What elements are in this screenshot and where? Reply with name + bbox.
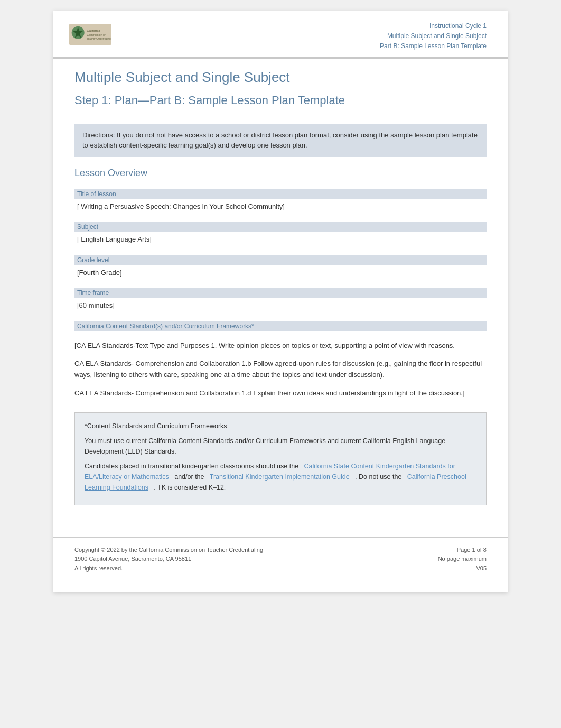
field-label-time: Time frame xyxy=(74,288,487,298)
footnote-para2-end: . TK is considered K–12. xyxy=(154,484,226,491)
footer-right-line3: V05 xyxy=(438,564,487,574)
footnote-para2-mid: and/or the xyxy=(174,473,204,481)
field-standards-label: California Content Standard(s) and/or Cu… xyxy=(74,321,487,331)
logo-area: California Commission on Teacher Credent… xyxy=(69,21,154,50)
field-title-of-lesson: Title of lesson [ Writing a Persuasive S… xyxy=(74,189,487,213)
field-time-frame: Time frame [60 minutes] xyxy=(74,288,487,312)
footer-left-line2: 1900 Capitol Avenue, Sacramento, CA 9581… xyxy=(74,555,263,564)
header-line1: Instructional Cycle 1 xyxy=(380,21,487,31)
directions-text: Directions: If you do not not have acces… xyxy=(82,131,478,150)
svg-text:Commission on: Commission on xyxy=(87,33,106,36)
footer-left-line1: Copyright © 2022 by the California Commi… xyxy=(74,546,263,555)
footnote-para2-after: . Do not use the xyxy=(355,473,401,481)
field-value-time: [60 minutes] xyxy=(74,299,487,312)
footnote-title: *Content Standards and Curriculum Framew… xyxy=(85,421,476,431)
field-label-grade: Grade level xyxy=(74,255,487,265)
header-line2: Multiple Subject and Single Subject xyxy=(380,31,487,41)
field-grade-level: Grade level [Fourth Grade] xyxy=(74,255,487,279)
footer-left-line3: All rights reserved. xyxy=(74,564,263,574)
footnote-para2-start: Candidates placed in transitional kinder… xyxy=(85,463,298,470)
sub-title: Step 1: Plan—Part B: Sample Lesson Plan … xyxy=(74,94,487,113)
page-content: Multiple Subject and Single Subject Step… xyxy=(53,59,508,521)
logo-icon: California Commission on Teacher Credent… xyxy=(69,21,111,48)
footer-right: Page 1 of 8 No page maximum V05 xyxy=(438,546,487,574)
field-subject: Subject [ English Language Arts] xyxy=(74,222,487,246)
directions-box: Directions: If you do not not have acces… xyxy=(74,124,487,157)
field-value-subject: [ English Language Arts] xyxy=(74,233,487,246)
svg-text:Teacher Credentialing: Teacher Credentialing xyxy=(87,38,111,40)
header-line3: Part B: Sample Lesson Plan Template xyxy=(380,41,487,51)
main-title: Multiple Subject and Single Subject xyxy=(74,69,487,88)
lesson-overview-title: Lesson Overview xyxy=(74,168,487,181)
link-transitional-kg[interactable]: Transitional Kindergarten Implementation… xyxy=(210,473,350,481)
field-value-grade: [Fourth Grade] xyxy=(74,266,487,279)
page: California Commission on Teacher Credent… xyxy=(53,11,508,592)
field-label-title: Title of lesson xyxy=(74,189,487,199)
footnote-box: *Content Standards and Curriculum Framew… xyxy=(74,412,487,505)
footer-right-line2: No page maximum xyxy=(438,555,487,564)
standards-para-2: CA ELA Standards- Comprehension and Coll… xyxy=(74,358,487,381)
standards-para-1: [CA ELA Standards-Text Type and Purposes… xyxy=(74,340,487,352)
page-footer: Copyright © 2022 by the California Commi… xyxy=(53,537,508,582)
header-text: Instructional Cycle 1 Multiple Subject a… xyxy=(380,21,487,52)
field-label-standards: California Content Standard(s) and/or Cu… xyxy=(74,321,487,331)
svg-text:California: California xyxy=(87,29,100,32)
field-value-title: [ Writing a Persuasive Speech: Changes i… xyxy=(74,200,487,213)
field-label-subject: Subject xyxy=(74,222,487,232)
page-header: California Commission on Teacher Credent… xyxy=(53,11,508,59)
footer-right-line1: Page 1 of 8 xyxy=(438,546,487,555)
standards-para-3: CA ELA Standards- Comprehension and Coll… xyxy=(74,388,487,399)
footnote-para1: You must use current California Content … xyxy=(85,436,476,457)
footnote-para2: Candidates placed in transitional kinder… xyxy=(85,461,476,493)
footer-left: Copyright © 2022 by the California Commi… xyxy=(74,546,263,574)
